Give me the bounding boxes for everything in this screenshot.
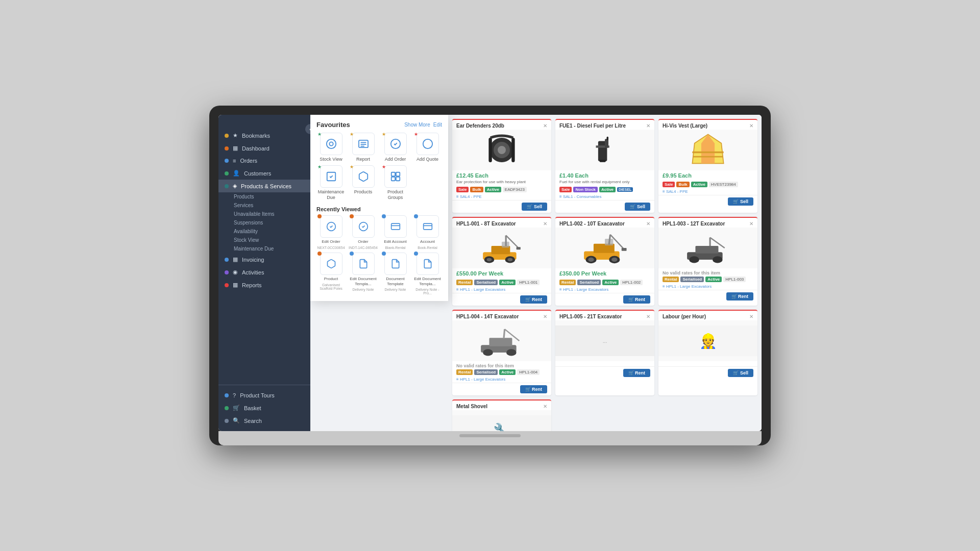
card-header-hpl1-002: HPL1-002 - 10T Exacavator ✕ <box>555 218 654 228</box>
fav-label-add-quote: Add Quote <box>416 157 438 162</box>
sidebar-label-availability: Availability <box>234 229 258 234</box>
sidebar-item-products-services[interactable]: ◈ Products & Services <box>218 180 310 192</box>
svg-point-61 <box>506 349 517 356</box>
dashboard-icon: ▦ <box>233 145 238 152</box>
product-actions-hpl1-004: 🛒 Rent <box>452 383 551 395</box>
tag-sale-fuel: Sale <box>559 187 572 192</box>
delete-hpl1-001[interactable]: ✕ <box>543 221 547 227</box>
sidebar-label-services: Services <box>234 203 253 208</box>
sell-button-fuel[interactable]: 🛒 Sell <box>625 203 650 211</box>
product-actions-labour: 🛒 Sell <box>658 366 757 379</box>
rent-button-hpl1-002[interactable]: 🛒 Rent <box>623 295 651 304</box>
sidebar-item-basket[interactable]: 🛒 Basket <box>218 402 310 414</box>
sidebar-item-reports[interactable]: ▦ Reports <box>218 279 310 291</box>
products-grid: Ear Defenders 20db ✕ <box>452 119 757 431</box>
recent-icon-doc-template <box>384 253 407 275</box>
sidebar-item-customers[interactable]: 👤 Customers <box>218 167 310 180</box>
svg-rect-22 <box>488 138 492 162</box>
recent-item-account[interactable]: Account Book-Rental <box>413 215 442 249</box>
fav-item-add-quote[interactable]: ★ Add Quote <box>413 133 442 162</box>
delete-labour[interactable]: ✕ <box>749 314 753 319</box>
delete-hivis[interactable]: ✕ <box>749 123 753 129</box>
sidebar-item-unavailable[interactable]: Unavailable Items <box>218 210 310 218</box>
fav-label-report: Report <box>356 157 370 162</box>
tag-rental-hpl1-002: Rental <box>559 280 576 285</box>
sell-button-hivis[interactable]: 🛒 Sell <box>728 197 753 206</box>
svg-rect-10 <box>396 172 399 176</box>
recent-item-edit-account[interactable]: Edit Account Blank-Rental <box>381 215 410 249</box>
rent-button-hpl1-001[interactable]: 🛒 Rent <box>520 295 548 304</box>
recent-item-doc-template[interactable]: Document Template Delivery Note <box>381 253 410 295</box>
delete-hpl1-002[interactable]: ✕ <box>646 221 650 227</box>
product-title-hpl1-004: HPL1-004 - 14T Excavator <box>456 314 519 319</box>
recent-item-order[interactable]: Order INDT-14C-065454 <box>349 215 378 249</box>
sell-button-ear-defenders[interactable]: 🛒 Sell <box>522 203 547 211</box>
delete-hpl1-005[interactable]: ✕ <box>646 314 650 319</box>
svg-point-0 <box>326 139 335 148</box>
recent-sub-edit-doc-template1: Delivery Note <box>352 288 374 291</box>
rent-button-hpl1-004[interactable]: 🛒 Rent <box>520 385 548 393</box>
sidebar-item-search[interactable]: 🔍 Search <box>218 414 310 427</box>
recent-label-edit-order: Edit Order <box>322 239 340 244</box>
recent-item-edit-order[interactable]: Edit Order NEXT-0CC00654 <box>316 215 346 249</box>
sidebar-item-products[interactable]: Products <box>218 192 310 201</box>
delete-hpl1-004[interactable]: ✕ <box>543 314 547 319</box>
show-more-link[interactable]: Show More <box>404 122 430 128</box>
fav-item-maintenance[interactable]: ★ Maintenance Due <box>316 165 346 201</box>
reports-icon: ▦ <box>233 282 238 288</box>
sidebar-label-orders: Orders <box>240 158 257 164</box>
recent-item-edit-doc-template1[interactable]: Edit Document Templa... Delivery Note <box>349 253 378 295</box>
fav-item-stock-view[interactable]: ★ Stock View <box>316 133 346 162</box>
sidebar-label-customers: Customers <box>244 170 271 177</box>
sidebar-item-maintenance-due[interactable]: Maintenance Due <box>218 244 310 253</box>
sidebar-item-bookmarks[interactable]: ★ Bookmarks <box>218 129 310 142</box>
fav-icon-stock-view <box>320 133 342 155</box>
tag-rental-hpl1-001: Rental <box>456 280 473 285</box>
fav-icon-products <box>352 165 375 188</box>
sidebar-item-orders[interactable]: ≡ Orders <box>218 155 310 167</box>
recent-label-edit-doc-template2: Edit Document Templa... <box>413 277 442 286</box>
product-card-fuel: FUE1 - Diesel Fuel per Litre ✕ <box>555 119 654 213</box>
sidebar-item-invoicing[interactable]: ▦ Invoicing <box>218 253 310 266</box>
delete-metal-shovel[interactable]: ✕ <box>543 404 547 409</box>
rent-button-hpl1-005[interactable]: 🛒 Rent <box>623 369 651 377</box>
product-tags-fuel: Sale Non Stock Active DIESEL <box>555 187 654 194</box>
fav-item-report[interactable]: ★ Report <box>349 133 378 162</box>
fav-label-product-groups: Product Groups <box>381 189 410 201</box>
fav-star-product-groups: ★ <box>382 164 386 169</box>
rent-button-hpl1-003[interactable]: 🛒 Rent <box>726 292 754 300</box>
fav-item-product-groups[interactable]: ★ Product Groups <box>381 165 410 201</box>
delete-ear-defenders[interactable]: ✕ <box>543 123 547 129</box>
edit-link[interactable]: Edit <box>433 122 442 128</box>
tag-rental-hpl1-004: Rental <box>456 369 473 375</box>
sell-button-labour[interactable]: 🛒 Sell <box>728 369 753 377</box>
sidebar-item-activities[interactable]: ◉ Activities <box>218 266 310 279</box>
recent-icon-product <box>320 253 342 275</box>
sidebar-item-services[interactable]: Services <box>218 201 310 210</box>
product-actions-fuel: 🛒 Sell <box>555 200 654 213</box>
fav-item-products[interactable]: ★ Products <box>349 165 378 201</box>
products-area: Ear Defenders 20db ✕ <box>448 115 762 431</box>
sidebar-label-search: Search <box>244 418 262 424</box>
recent-icon-order <box>352 215 375 238</box>
delete-fuel[interactable]: ✕ <box>646 123 650 129</box>
delete-hpl1-003[interactable]: ✕ <box>749 221 753 227</box>
bookmarks-icon: ★ <box>233 132 238 139</box>
tag-active-hpl1-004: Active <box>499 369 516 375</box>
product-category-hpl1-002: ≡ HPL1 - Large Excavators <box>555 287 654 293</box>
recent-item-edit-doc-template2[interactable]: Edit Document Templa... Delivery Note - … <box>413 253 442 295</box>
sidebar-item-suspensions[interactable]: Suspensions <box>218 218 310 227</box>
tag-active-hivis: Active <box>691 182 707 187</box>
sidebar-item-availability[interactable]: Availability <box>218 227 310 236</box>
sidebar-item-product-tours[interactable]: ? Product Tours <box>218 389 310 402</box>
svg-rect-17 <box>423 224 432 230</box>
recent-item-product[interactable]: Product Galvanised Scaffold Poles <box>316 253 346 295</box>
product-actions-hpl1-001: 🛒 Rent <box>452 293 551 306</box>
fav-item-add-order[interactable]: ★ Add Order <box>381 133 410 162</box>
product-title-hivis: Hi-Vis Vest (Large) <box>663 123 707 129</box>
svg-rect-15 <box>391 224 400 230</box>
product-desc-ear-defenders: Ear protection for use with heavy plant <box>452 180 551 187</box>
sidebar-item-dashboard[interactable]: ▦ Dashboard <box>218 142 310 155</box>
product-price-ear-defenders: £12.45 Each <box>452 170 551 180</box>
sidebar-item-stock-view[interactable]: Stock View <box>218 236 310 244</box>
